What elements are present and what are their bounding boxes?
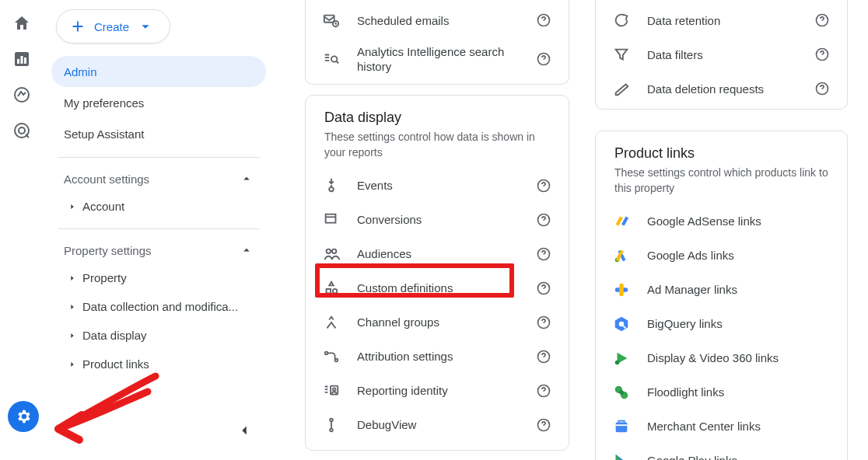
nav-admin-label: Admin xyxy=(64,65,97,78)
section-property-settings[interactable]: Property settings xyxy=(51,237,266,263)
sub-account[interactable]: Account xyxy=(51,192,266,221)
row-ai-search-history[interactable]: Analytics Intelligence search history xyxy=(306,37,569,81)
row-scheduled-emails[interactable]: Scheduled emails xyxy=(306,3,569,37)
caret-right-icon xyxy=(68,303,76,311)
nav-setup-assistant[interactable]: Setup Assistant xyxy=(51,118,266,149)
help-icon[interactable] xyxy=(814,47,830,62)
row-reporting-identity[interactable]: Reporting identity xyxy=(306,374,569,408)
row-events[interactable]: Events xyxy=(306,169,569,203)
help-icon[interactable] xyxy=(536,246,551,262)
help-icon[interactable] xyxy=(536,349,551,364)
advertising-icon[interactable] xyxy=(12,121,31,140)
row-attribution-settings[interactable]: Attribution settings xyxy=(306,340,569,374)
help-icon[interactable] xyxy=(536,51,551,67)
row-google-play-links[interactable]: Google Play links xyxy=(596,444,847,460)
search-history-icon xyxy=(323,51,340,68)
svg-point-12 xyxy=(329,186,334,191)
caret-down-icon xyxy=(137,18,154,35)
svg-rect-1 xyxy=(17,59,19,64)
data-display-sub: These settings control how data is shown… xyxy=(306,127,569,169)
help-icon[interactable] xyxy=(536,12,551,28)
section-account-label: Account settings xyxy=(64,172,149,186)
adsense-label: Google AdSense links xyxy=(647,214,830,228)
row-debugview[interactable]: DebugView xyxy=(306,408,569,442)
nav-my-preferences[interactable]: My preferences xyxy=(51,87,266,118)
svg-point-16 xyxy=(327,249,331,253)
help-icon[interactable] xyxy=(536,417,551,433)
help-icon[interactable] xyxy=(536,281,551,296)
row-data-filters[interactable]: Data filters xyxy=(596,37,847,71)
svg-rect-43 xyxy=(616,422,628,432)
ai-search-history-label: Analytics Intelligence search history xyxy=(357,44,519,75)
reports-icon[interactable] xyxy=(12,50,31,68)
caret-right-icon xyxy=(68,332,76,340)
help-icon[interactable] xyxy=(814,12,830,28)
svg-point-29 xyxy=(330,418,333,421)
audiences-label: Audiences xyxy=(357,247,519,260)
attribution-icon xyxy=(323,348,340,365)
audiences-icon xyxy=(323,246,340,263)
collapse-sidebar-button[interactable] xyxy=(230,416,258,444)
svg-point-30 xyxy=(330,428,333,431)
svg-point-5 xyxy=(19,127,25,134)
section-account-settings[interactable]: Account settings xyxy=(51,166,266,192)
help-icon[interactable] xyxy=(536,315,551,330)
svg-rect-3 xyxy=(24,57,26,64)
caret-right-icon xyxy=(68,203,76,211)
create-label: Create xyxy=(94,20,129,33)
merchant-center-icon xyxy=(613,418,630,435)
scheduled-emails-label: Scheduled emails xyxy=(357,14,519,27)
sub-data-display[interactable]: Data display xyxy=(51,321,266,350)
events-label: Events xyxy=(357,179,519,192)
dv360-icon xyxy=(613,350,630,367)
nav-prefs-label: My preferences xyxy=(64,96,144,110)
adsense-icon xyxy=(613,213,630,230)
row-conversions[interactable]: Conversions xyxy=(306,203,569,237)
nav-setup-label: Setup Assistant xyxy=(64,127,144,141)
svg-point-38 xyxy=(619,321,624,326)
help-icon[interactable] xyxy=(536,383,551,399)
left-icon-rail xyxy=(0,0,44,460)
row-floodlight-links[interactable]: Floodlight links xyxy=(596,375,847,409)
dv360-label: Display & Video 360 links xyxy=(647,351,830,364)
row-data-deletion[interactable]: Data deletion requests xyxy=(596,71,847,106)
sub-product-links[interactable]: Product links xyxy=(51,350,266,378)
debugview-label: DebugView xyxy=(357,418,519,431)
admin-gear-button[interactable] xyxy=(8,401,39,432)
channel-groups-label: Channel groups xyxy=(357,315,519,329)
row-channel-groups[interactable]: Channel groups xyxy=(306,305,569,340)
sub-property[interactable]: Property xyxy=(51,263,266,292)
events-icon xyxy=(323,177,340,194)
attribution-label: Attribution settings xyxy=(357,350,519,363)
help-icon[interactable] xyxy=(536,212,551,228)
row-dv360-links[interactable]: Display & Video 360 links xyxy=(596,341,847,375)
plus-icon xyxy=(69,18,86,35)
chevron-up-icon xyxy=(240,172,254,186)
chevron-up-icon xyxy=(240,243,254,257)
google-play-label: Google Play links xyxy=(647,454,830,460)
conversions-label: Conversions xyxy=(357,213,519,226)
row-data-retention[interactable]: Data retention xyxy=(596,3,847,37)
help-icon[interactable] xyxy=(814,81,830,96)
svg-point-24 xyxy=(335,358,338,361)
row-bigquery-links[interactable]: BigQuery links xyxy=(596,307,847,341)
reporting-identity-label: Reporting identity xyxy=(357,384,519,397)
floodlight-icon xyxy=(613,384,630,401)
sub-data-collection[interactable]: Data collection and modifica... xyxy=(51,292,266,321)
help-icon[interactable] xyxy=(536,178,551,193)
explore-icon[interactable] xyxy=(12,85,31,104)
ad-manager-label: Ad Manager links xyxy=(647,283,830,296)
floodlight-label: Floodlight links xyxy=(647,385,830,399)
row-ad-manager-links[interactable]: Ad Manager links xyxy=(596,273,847,307)
google-play-icon xyxy=(613,452,630,460)
create-button[interactable]: Create xyxy=(56,9,170,44)
row-merchant-center-links[interactable]: Merchant Center links xyxy=(596,409,847,444)
nav-admin[interactable]: Admin xyxy=(51,56,266,87)
svg-point-39 xyxy=(615,360,620,364)
home-icon[interactable] xyxy=(12,14,31,33)
row-adsense-links[interactable]: Google AdSense links xyxy=(596,204,847,239)
sub-account-label: Account xyxy=(82,200,124,213)
ad-manager-icon xyxy=(613,281,630,298)
row-google-ads-links[interactable]: Google Ads links xyxy=(596,239,847,273)
svg-point-4 xyxy=(15,88,29,102)
